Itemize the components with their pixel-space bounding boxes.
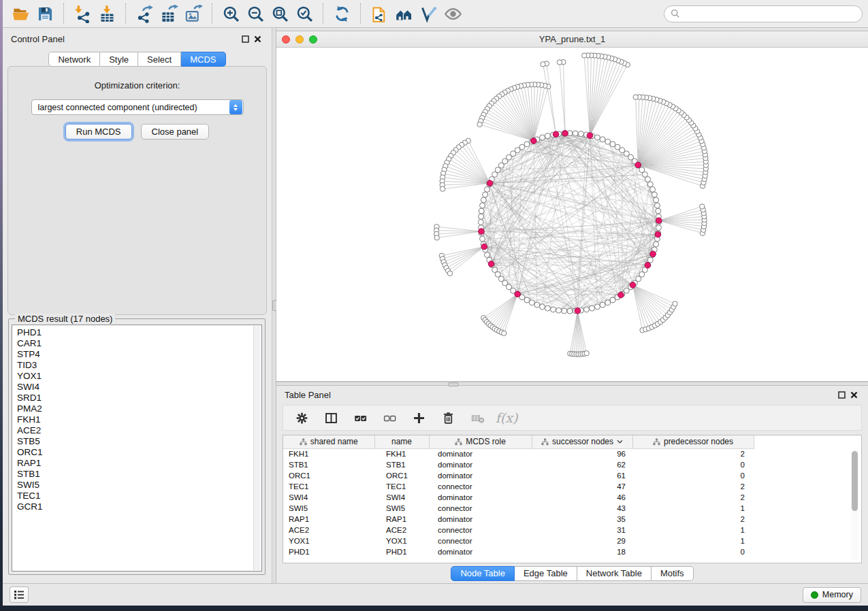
mcds-node-item[interactable]: TID3 xyxy=(17,360,261,371)
mcds-node-item[interactable]: SRD1 xyxy=(17,393,261,403)
table-row[interactable]: SWI5SWI5connector431 xyxy=(283,503,754,514)
show-task-history-button[interactable] xyxy=(10,587,29,603)
tab-style[interactable]: Style xyxy=(100,52,138,67)
deselect-all-rows-button[interactable] xyxy=(381,409,398,427)
zoom-fit-button[interactable] xyxy=(268,2,292,25)
table-cell: connector xyxy=(429,535,532,546)
delete-table-button[interactable] xyxy=(468,409,486,427)
tab-mcds[interactable]: MCDS xyxy=(181,52,225,67)
mcds-node-item[interactable]: PHD1 xyxy=(17,327,261,338)
attribute-type-icon xyxy=(653,438,660,446)
table-settings-button[interactable] xyxy=(293,409,310,427)
run-mcds-button[interactable]: Run MCDS xyxy=(65,124,132,139)
import-table-button[interactable] xyxy=(95,2,119,25)
table-row[interactable]: TEC1TEC1connector472 xyxy=(283,481,754,492)
mcds-node-item[interactable]: TEC1 xyxy=(17,491,261,501)
table-tab-motifs[interactable]: Motifs xyxy=(652,566,694,581)
float-panel-button[interactable] xyxy=(239,33,251,44)
search-input[interactable] xyxy=(684,9,856,19)
mcds-node-item[interactable]: RAP1 xyxy=(17,458,261,469)
column-header-successor-nodes[interactable]: successor nodes xyxy=(532,435,632,448)
zoom-in-icon xyxy=(222,5,240,23)
close-panel-action-button[interactable]: Close panel xyxy=(141,124,210,139)
mcds-node-item[interactable]: ORC1 xyxy=(17,447,261,458)
horizontal-splitter[interactable] xyxy=(276,382,868,386)
close-panel-button[interactable] xyxy=(251,33,263,44)
table-row[interactable]: ACE2ACE2connector311 xyxy=(283,525,754,535)
switch-panel-layout-button[interactable] xyxy=(322,409,340,427)
apply-layout-button[interactable] xyxy=(329,2,354,25)
select-all-rows-button[interactable] xyxy=(351,409,369,427)
export-image-button[interactable] xyxy=(181,2,206,25)
table-cell: RAP1 xyxy=(374,514,429,525)
export-network-button[interactable] xyxy=(132,2,157,25)
zoom-in-button[interactable] xyxy=(219,2,243,25)
table-scrollbar-thumb[interactable] xyxy=(852,451,858,511)
import-network-button[interactable] xyxy=(70,2,95,25)
table-row[interactable]: FKH1FKH1dominator962 xyxy=(283,448,754,459)
table-cell: dominator xyxy=(429,492,532,503)
column-header-predecessor-nodes[interactable]: predecessor nodes xyxy=(632,435,754,448)
table-row[interactable]: RAP1RAP1dominator352 xyxy=(283,514,754,525)
mcds-node-item[interactable]: FKH1 xyxy=(17,414,261,425)
zoom-out-button[interactable] xyxy=(243,2,268,25)
mcds-node-item[interactable]: STB1 xyxy=(17,469,261,480)
column-header-name[interactable]: name xyxy=(374,435,429,448)
mcds-node-item[interactable]: ACE2 xyxy=(17,425,261,436)
export-table-button[interactable] xyxy=(157,2,181,25)
close-table-panel-button[interactable] xyxy=(848,390,860,401)
save-session-button[interactable] xyxy=(33,2,57,25)
mcds-node-item[interactable]: GCR1 xyxy=(17,501,261,512)
table-tab-network-table[interactable]: Network Table xyxy=(577,566,652,581)
mcds-result-list: PHD1CAR1STP4TID3YOX1SWI4SRD1PMA2FKH1ACE2… xyxy=(12,325,262,572)
hide-selected-button[interactable] xyxy=(440,2,465,25)
float-table-panel-button[interactable] xyxy=(835,390,848,401)
mcds-result-items: PHD1CAR1STP4TID3YOX1SWI4SRD1PMA2FKH1ACE2… xyxy=(17,327,261,512)
export-network-icon xyxy=(135,5,154,23)
create-column-button[interactable] xyxy=(410,409,428,427)
column-header-MCDS-role[interactable]: MCDS role xyxy=(429,435,532,448)
mcds-node-item[interactable]: PMA2 xyxy=(17,403,261,414)
zoom-selected-button[interactable] xyxy=(292,2,317,25)
table-row[interactable]: STB1STB1dominator620 xyxy=(283,459,754,470)
table-row[interactable]: PHD1PHD1dominator180 xyxy=(283,546,754,557)
toolbar-separator xyxy=(63,3,64,24)
table-tab-node-table[interactable]: Node Table xyxy=(451,566,515,581)
mcds-node-item[interactable]: SWI5 xyxy=(17,480,261,491)
mcds-node-item[interactable]: CAR1 xyxy=(17,338,261,349)
maximize-window-icon[interactable] xyxy=(309,35,317,44)
mcds-node-item[interactable]: STP4 xyxy=(17,349,261,360)
network-canvas[interactable] xyxy=(276,48,868,381)
mcds-list-scrollbar[interactable] xyxy=(253,326,261,570)
table-tab-edge-table[interactable]: Edge Table xyxy=(515,566,577,581)
vertical-splitter[interactable] xyxy=(272,28,276,583)
tab-network[interactable]: Network xyxy=(48,52,100,67)
refresh-arrows-icon xyxy=(333,5,351,23)
table-row[interactable]: SWI4SWI4dominator462 xyxy=(283,492,754,503)
show-all-button[interactable] xyxy=(391,2,416,25)
close-window-icon[interactable] xyxy=(282,35,290,44)
table-scrollbar[interactable] xyxy=(851,449,858,560)
open-file-button[interactable] xyxy=(8,2,33,25)
column-header-shared-name[interactable]: shared name xyxy=(283,435,374,448)
trash-icon xyxy=(441,411,455,425)
delete-columns-button[interactable] xyxy=(439,409,457,427)
memory-label: Memory xyxy=(822,590,853,599)
splitter-grip[interactable] xyxy=(448,382,459,386)
mcds-node-item[interactable]: YOX1 xyxy=(17,371,261,382)
table-cell: PHD1 xyxy=(283,546,374,557)
style-mapper-button[interactable] xyxy=(416,2,440,25)
minimize-window-icon[interactable] xyxy=(295,35,304,44)
tab-select[interactable]: Select xyxy=(138,52,181,67)
table-cell: 1 xyxy=(632,535,754,546)
new-network-button[interactable] xyxy=(367,2,391,25)
criterion-select[interactable]: largest connected component (undirected) xyxy=(31,99,244,115)
memory-button[interactable]: Memory xyxy=(803,587,861,603)
table-row[interactable]: YOX1YOX1connector291 xyxy=(283,535,754,546)
function-builder-button[interactable]: f(x) xyxy=(498,409,515,427)
memory-status-icon xyxy=(811,591,818,599)
select-stepper-icon xyxy=(229,100,242,114)
table-row[interactable]: ORC1ORC1dominator610 xyxy=(283,470,754,481)
mcds-node-item[interactable]: STB5 xyxy=(17,436,261,447)
mcds-node-item[interactable]: SWI4 xyxy=(17,382,261,393)
